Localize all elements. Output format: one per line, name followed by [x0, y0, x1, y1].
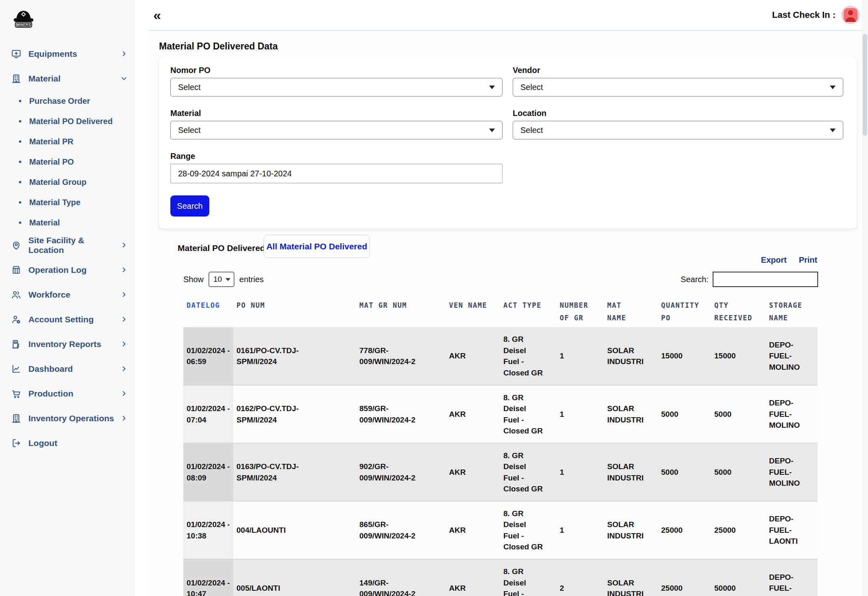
sidebar-item-label: Operation Log	[28, 265, 120, 275]
material-select[interactable]: Select	[170, 121, 503, 139]
sidebar-item-workforce[interactable]: Workforce	[0, 282, 135, 307]
range-input-value: 28-09-2024 sampai 27-10-2024	[178, 169, 292, 178]
sidebar-item-operation-log[interactable]: Operation Log	[0, 257, 135, 282]
column-header-qty-received[interactable]: QTY RECEIVED	[711, 294, 766, 327]
chevron-right-icon	[120, 266, 127, 273]
reports-icon	[11, 339, 22, 350]
dropdown-caret-icon	[830, 129, 836, 132]
sidebar-item-site-facility-location[interactable]: Site Facility & Location	[0, 233, 135, 257]
table-cell: 25000	[658, 501, 711, 559]
nomor-po-select[interactable]: Select	[170, 78, 503, 96]
sidebar-item-label: Account Setting	[28, 315, 120, 324]
table-cell: 01/02/2024 - 08:09	[183, 443, 233, 501]
account-gear-icon	[11, 314, 22, 325]
building-icon	[11, 73, 22, 84]
table-cell: 01/02/2024 - 06:59	[183, 327, 233, 385]
vendor-label: Vendor	[513, 66, 540, 75]
chevron-right-icon	[120, 50, 127, 57]
table-cell: SOLAR INDUSTRI	[604, 501, 658, 559]
column-header-ven-name[interactable]: VEN NAME	[446, 294, 500, 327]
sidebar-item-dashboard[interactable]: Dashboard	[0, 356, 135, 381]
page-size-select[interactable]: 10	[208, 272, 234, 287]
table-cell: 1	[556, 501, 604, 559]
nomor-po-label: Nomor PO	[170, 66, 211, 75]
table-cell: 2	[556, 559, 604, 596]
dropdown-caret-icon	[226, 278, 230, 281]
column-header-datelog[interactable]: DATELOG	[183, 294, 233, 327]
table-search-control: Search:	[681, 272, 818, 287]
search-button[interactable]: Search	[170, 195, 209, 217]
sidebar-item-inventory-reports[interactable]: Inventory Reports	[0, 332, 135, 356]
table-search-label: Search:	[681, 275, 709, 284]
operation-log-icon	[11, 264, 22, 276]
sidebar-item-equipments[interactable]: Equipments	[0, 41, 135, 66]
sidebar-item-purchase-order[interactable]: •Purchase Order	[0, 91, 135, 111]
entries-label: entries	[239, 275, 264, 284]
column-header-mat-name[interactable]: MAT NAME	[604, 294, 658, 327]
table-cell: 8. GR Deisel Fuel - Closed GR	[500, 385, 556, 443]
table-cell: SOLAR INDUSTRI	[604, 559, 658, 596]
sidebar-item-account-setting[interactable]: Account Setting	[0, 307, 135, 332]
chevron-right-icon	[120, 365, 127, 372]
main-content: Material PO Delivered Data Nomor PO Sele…	[148, 32, 868, 596]
table-row: 01/02/2024 - 10:38004/LAOUNTI865/GR-009/…	[183, 501, 818, 559]
sidebar-item-inventory-operations[interactable]: Inventory Operations	[0, 406, 135, 431]
tab-material-po-delivered[interactable]: Material PO Delivered	[178, 240, 265, 256]
tab-all-material-po-delivered[interactable]: All Material PO Delivered	[264, 235, 370, 258]
sidebar-item-material-pr[interactable]: •Material PR	[0, 131, 135, 152]
chevron-right-icon	[120, 291, 127, 298]
table-cell: 005/LAONTI	[233, 559, 356, 596]
column-header-quantity-po[interactable]: QUANTITY PO	[658, 294, 711, 327]
location-label: Location	[513, 109, 546, 118]
sidebar-item-label: Equipments	[28, 49, 120, 59]
miners-logo: MINERS	[0, 0, 135, 31]
table-cell: 0163/PO-CV.TDJ-SPM/I/2024	[233, 443, 356, 501]
sidebar-item-logout[interactable]: Logout	[0, 431, 135, 455]
column-header-mat-gr-num[interactable]: MAT GR NUM	[356, 294, 446, 327]
column-header-po-num[interactable]: PO NUM	[233, 294, 356, 327]
chevron-right-icon	[120, 390, 127, 397]
table-cell: DEPO-FUEL-MOLINO	[766, 385, 818, 443]
table-cell: 15000	[658, 327, 711, 385]
column-header-act-type[interactable]: ACT TYPE	[500, 294, 556, 327]
dropdown-caret-icon	[489, 86, 495, 89]
table-cell: 8. GR Deisel Fuel - Closed GR	[500, 501, 556, 559]
sidebar-item-material[interactable]: •Material	[0, 212, 135, 233]
table-row: 01/02/2024 - 10:47005/LAONTI149/GR-009/W…	[183, 559, 818, 596]
table-cell: 0162/PO-CV.TDJ-SPM/I/2024	[233, 385, 356, 443]
location-select[interactable]: Select	[513, 121, 843, 139]
sidebar-item-material-po[interactable]: •Material PO	[0, 152, 135, 172]
table-cell: DEPO-FUEL-MOLINO	[766, 443, 818, 501]
page-title: Material PO Delivered Data	[159, 41, 278, 52]
column-header-number-of-gr[interactable]: NUMBER OF GR	[556, 294, 604, 327]
vendor-select[interactable]: Select	[513, 78, 843, 96]
sidebar-item-material-po-delivered[interactable]: •Material PO Delivered	[0, 111, 135, 131]
column-header-storage-name[interactable]: STORAGE NAME	[766, 294, 818, 327]
sidebar-item-production[interactable]: Production	[0, 381, 135, 406]
table-cell: AKR	[446, 501, 500, 559]
sidebar-collapse-button[interactable]: «	[153, 8, 161, 22]
chevron-right-icon	[120, 316, 127, 323]
sidebar-item-material-group[interactable]: •Material Group	[0, 172, 135, 192]
sidebar-item-material[interactable]: Material	[0, 66, 135, 91]
page-size-value: 10	[213, 275, 222, 284]
user-avatar[interactable]	[841, 6, 860, 24]
material-label: Material	[170, 109, 201, 118]
table-cell: SOLAR INDUSTRI	[604, 327, 658, 385]
sidebar-item-label: Material	[28, 74, 120, 84]
dashboard-icon	[11, 363, 22, 375]
sidebar-item-label: Workforce	[28, 290, 120, 300]
sidebar-item-label: Dashboard	[28, 364, 120, 374]
table-cell: 50000	[711, 559, 766, 596]
table-search-input[interactable]	[713, 272, 818, 287]
scrollbar-thumb[interactable]	[863, 34, 867, 135]
sidebar-item-material-type[interactable]: •Material Type	[0, 192, 135, 212]
sidebar-item-label: Material	[29, 218, 60, 227]
export-button[interactable]: Export	[761, 255, 786, 265]
hardhat-logo-icon: MINERS	[11, 6, 37, 29]
table-cell: 8. GR Deisel Fuel - Closed GR	[500, 443, 556, 501]
table-row: 01/02/2024 - 08:090163/PO-CV.TDJ-SPM/I/2…	[183, 443, 818, 501]
sidebar-item-label: Material PR	[29, 137, 73, 146]
print-button[interactable]: Print	[799, 255, 817, 265]
range-input[interactable]: 28-09-2024 sampai 27-10-2024	[170, 164, 503, 183]
